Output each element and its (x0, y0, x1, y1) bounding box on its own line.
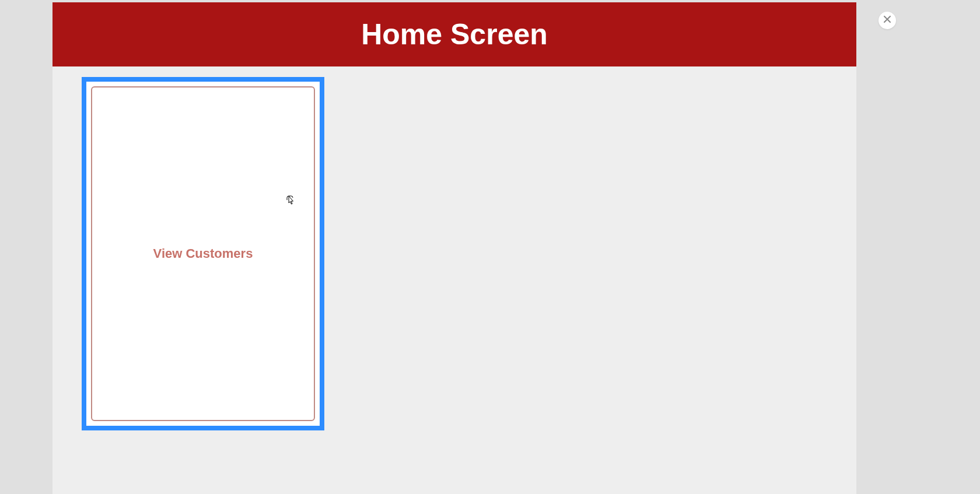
close-icon (883, 15, 891, 26)
card-inner: View Customers (91, 86, 315, 421)
card-label: View Customers (153, 246, 253, 261)
header-bar: Home Screen (52, 2, 856, 66)
content-area: View Customers (52, 66, 856, 441)
close-button[interactable] (878, 12, 896, 29)
page-title: Home Screen (361, 17, 548, 51)
view-customers-card[interactable]: View Customers (82, 77, 324, 430)
main-container: Home Screen View Customers (52, 2, 856, 494)
